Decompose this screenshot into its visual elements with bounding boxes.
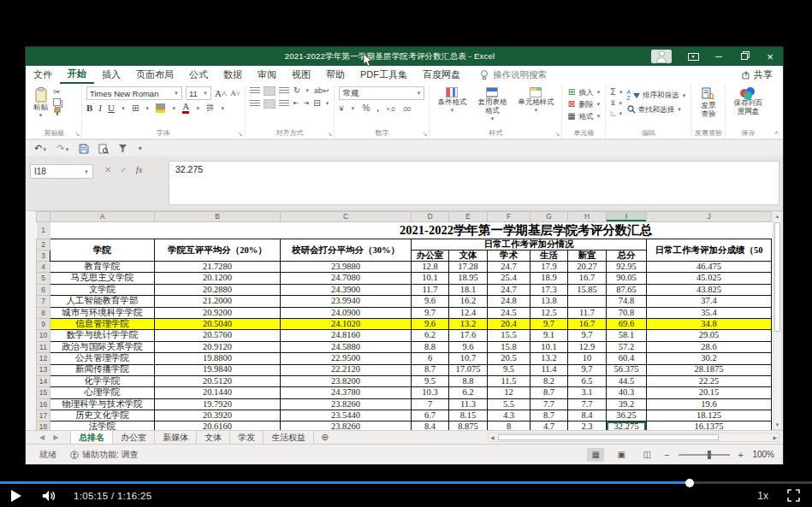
cell-J14[interactable]: 22.25 — [647, 375, 772, 386]
cell-B14[interactable]: 20.5120 — [155, 375, 281, 386]
cell-D13[interactable]: 8.7 — [412, 364, 449, 375]
cell-H10[interactable]: 9.7 — [568, 330, 607, 341]
cell-F13[interactable]: 9.5 — [488, 364, 530, 375]
cell-B9[interactable]: 20.5040 — [155, 318, 281, 329]
cell-F8[interactable]: 24.5 — [488, 307, 530, 318]
cell-H12[interactable]: 10 — [568, 353, 607, 364]
collapse-ribbon-button[interactable]: ˄ — [774, 129, 779, 137]
clear-button[interactable]: ◺▼ — [610, 110, 623, 117]
ribbon-tab-6[interactable]: 审阅 — [250, 66, 284, 84]
cell-G8[interactable]: 12.5 — [530, 307, 568, 318]
row-header-1[interactable]: 1 — [37, 222, 50, 239]
row-header-7[interactable]: 7 — [37, 296, 50, 307]
cell-B13[interactable]: 19.9840 — [155, 364, 281, 375]
fullscreen-button[interactable] — [787, 489, 800, 502]
cell-I11[interactable]: 57.2 — [607, 341, 647, 352]
column-header-E[interactable]: E — [449, 212, 488, 222]
customize-qat-button[interactable]: ▼ — [137, 145, 143, 151]
sheet-tab-3[interactable]: 文体 — [197, 431, 230, 444]
ribbon-display-options-button[interactable]: ▾ — [680, 47, 706, 66]
cell-I16[interactable]: 39.2 — [607, 398, 647, 410]
cell-H9[interactable]: 16.7 — [568, 318, 607, 329]
cell-J17[interactable]: 18.125 — [647, 410, 772, 422]
cell-J9[interactable]: 34.8 — [647, 318, 772, 329]
row-header-11[interactable]: 11 — [37, 341, 50, 352]
cell-C12[interactable]: 22.9500 — [281, 353, 412, 364]
shrink-font-button[interactable]: A˅ — [230, 90, 240, 97]
row-header-15[interactable]: 15 — [37, 387, 50, 398]
cell-G6[interactable]: 17.3 — [530, 284, 568, 295]
save-to-netdisk-button[interactable]: 保存到百度网盘 — [730, 86, 766, 117]
header-daily-col-0[interactable]: 办公室 — [412, 251, 449, 262]
cell-I10[interactable]: 58.1 — [607, 330, 647, 341]
column-header-A[interactable]: A — [50, 212, 155, 222]
paste-button[interactable]: 粘贴 ▼ — [32, 86, 50, 120]
column-header-D[interactable]: D — [412, 212, 449, 222]
sheet-tab-0[interactable]: 总排名 — [70, 431, 113, 444]
column-header-H[interactable]: H — [568, 212, 607, 222]
cell-H11[interactable]: 12.9 — [568, 341, 607, 352]
cell-C13[interactable]: 22.2120 — [281, 364, 412, 375]
enter-button[interactable]: ✓ — [120, 165, 127, 174]
cell-F9[interactable]: 20.4 — [488, 318, 530, 329]
sheet-tab-2[interactable]: 新媒体 — [155, 431, 197, 444]
cell-D17[interactable]: 6.7 — [412, 410, 449, 422]
cell-I15[interactable]: 40.3 — [607, 387, 647, 398]
row-header-2[interactable]: 2 — [37, 239, 50, 251]
row-header-5[interactable]: 5 — [37, 273, 50, 284]
cell-G7[interactable]: 13.8 — [530, 296, 568, 307]
cell-F7[interactable]: 24.8 — [488, 296, 530, 307]
align-left-button[interactable] — [250, 100, 260, 108]
cell-B16[interactable]: 19.7920 — [155, 398, 281, 410]
cell-E13[interactable]: 17.075 — [449, 364, 488, 375]
cell-G17[interactable]: 8.7 — [530, 410, 568, 422]
ribbon-tab-1[interactable]: 开始 — [60, 66, 94, 84]
filter-button[interactable] — [118, 144, 127, 153]
column-header-F[interactable]: F — [488, 212, 530, 222]
cell-G4[interactable]: 17.9 — [530, 262, 568, 273]
borders-button[interactable]: ⊞ — [132, 104, 139, 113]
cell-A13[interactable]: 新闻传播学院 — [50, 364, 155, 375]
page-break-view-button[interactable]: ◫ — [638, 448, 655, 462]
align-right-button[interactable] — [279, 100, 289, 108]
cell-I12[interactable]: 60.4 — [607, 353, 647, 364]
cell-B17[interactable]: 20.3920 — [155, 410, 281, 422]
restore-button[interactable] — [732, 47, 757, 66]
underline-button[interactable]: U — [108, 103, 115, 113]
row-header-10[interactable]: 10 — [37, 330, 50, 341]
ribbon-tab-7[interactable]: 视图 — [284, 66, 318, 84]
cell-I18[interactable]: 32.275 — [607, 422, 647, 430]
cell-C6[interactable]: 24.3900 — [281, 284, 412, 295]
accessibility-status[interactable]: 辅助功能: 调查 — [70, 449, 139, 461]
cell-G16[interactable]: 7.7 — [530, 398, 568, 410]
cell-I9[interactable]: 69.6 — [607, 318, 647, 329]
add-sheet-button[interactable]: ⊕ — [314, 431, 335, 444]
cell-H5[interactable]: 16.7 — [568, 273, 607, 284]
invoice-check-button[interactable]: 发票查验 — [696, 86, 720, 120]
cell-C4[interactable]: 23.9880 — [281, 262, 412, 273]
cell-F11[interactable]: 15.8 — [488, 341, 530, 352]
cell-I13[interactable]: 56.375 — [607, 364, 647, 375]
cell-G10[interactable]: 9.1 — [530, 330, 568, 341]
cell-E6[interactable]: 18.1 — [449, 284, 488, 295]
cell-G12[interactable]: 13.2 — [530, 353, 568, 364]
cell-C7[interactable]: 23.9940 — [281, 296, 412, 307]
orientation-button[interactable]: ↻ — [293, 86, 300, 95]
cell-I17[interactable]: 36.25 — [607, 410, 647, 422]
font-dialog-launcher[interactable]: ↘ — [238, 131, 243, 138]
align-bottom-button[interactable] — [279, 87, 289, 95]
cell-F15[interactable]: 12 — [488, 387, 530, 398]
cell-G9[interactable]: 9.7 — [530, 318, 568, 329]
alignment-dialog-launcher[interactable]: ↘ — [328, 131, 333, 138]
cell-J5[interactable]: 45.025 — [647, 273, 772, 284]
cell-C15[interactable]: 24.3780 — [281, 387, 412, 398]
cell-C14[interactable]: 23.8200 — [281, 375, 412, 386]
header-daily-col-5[interactable]: 总分 — [607, 251, 647, 262]
cell-B5[interactable]: 20.1200 — [155, 273, 281, 284]
cell-C10[interactable]: 24.8160 — [281, 330, 412, 341]
ribbon-tab-9[interactable]: PDF工具集 — [353, 66, 415, 84]
cell-J16[interactable]: 19.6 — [647, 398, 772, 410]
cell-F4[interactable]: 24.7 — [488, 262, 530, 273]
scroll-left-arrow[interactable]: ◀ — [489, 434, 496, 440]
delete-cells-button[interactable]: ⊠删除▼ — [566, 100, 601, 109]
